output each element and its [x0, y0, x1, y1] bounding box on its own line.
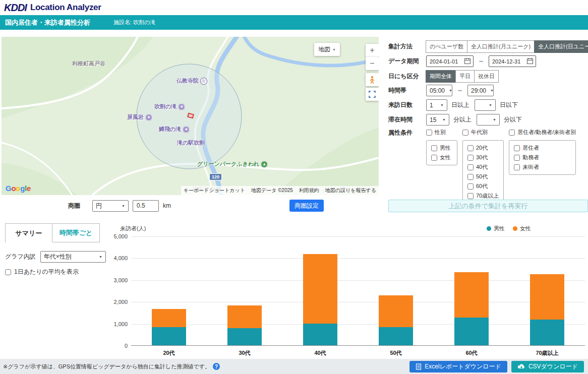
- attribute-option[interactable]: 女性: [431, 154, 452, 161]
- bar-segment[interactable]: [303, 324, 337, 345]
- attribute-option[interactable]: 居住者: [514, 144, 571, 152]
- option-checkbox[interactable]: [431, 145, 437, 151]
- download-buttons: Excelレポートダウンロード CSVダウンロード: [409, 361, 584, 372]
- period-start-input[interactable]: 2024-01-01: [426, 55, 474, 67]
- google-logo: Google: [6, 184, 31, 193]
- map-type-button[interactable]: 地図 ▼: [314, 43, 340, 56]
- bar-segment[interactable]: [227, 305, 262, 328]
- zoom-in-button[interactable]: +: [366, 44, 379, 57]
- day-type-option[interactable]: 平日: [455, 70, 475, 83]
- map-link[interactable]: 利用規約: [299, 187, 319, 194]
- attribute-option[interactable]: 男性: [431, 144, 452, 152]
- option-checkbox[interactable]: [514, 155, 520, 161]
- attribute-option[interactable]: 70歳以上: [467, 192, 499, 200]
- visit-days-min-select[interactable]: 1 ▼: [426, 99, 447, 111]
- poi-icon[interactable]: ▲: [261, 161, 268, 168]
- option-checkbox[interactable]: [467, 155, 474, 161]
- map-poi: 吹割の滝★: [154, 103, 185, 110]
- trade-area-radius-value: 0.5: [137, 202, 145, 209]
- attribute-option[interactable]: 20代: [467, 144, 499, 152]
- bar-segment[interactable]: [454, 318, 489, 345]
- option-label: 20代: [476, 144, 488, 152]
- csv-download-button[interactable]: CSVダウンロード: [511, 361, 584, 372]
- poi-icon[interactable]: ★: [145, 114, 152, 121]
- bar-segment[interactable]: [303, 254, 337, 324]
- map[interactable]: 利根町高戸谷仏教寺院卍吹割の滝★屏風岩★鱒飛の滝★滝の駅吹割グリーンパークふきわ…: [2, 37, 379, 195]
- bar-segment[interactable]: [454, 272, 489, 318]
- attribute-option[interactable]: 50代: [467, 173, 499, 180]
- poi-icon[interactable]: ★: [183, 126, 190, 133]
- day-type-option[interactable]: 期間全体: [426, 70, 456, 83]
- app-header: KDDI Location Analyzer: [0, 0, 588, 15]
- bar-segment[interactable]: [530, 320, 564, 345]
- option-checkbox[interactable]: [467, 183, 474, 190]
- option-checkbox[interactable]: [467, 174, 474, 180]
- option-checkbox[interactable]: [467, 145, 474, 151]
- option-checkbox[interactable]: [514, 145, 520, 151]
- bar-segment[interactable]: [152, 327, 186, 345]
- method-option[interactable]: 全人口推計(月ユニーク): [467, 40, 535, 53]
- cloud-download-icon: [517, 363, 525, 369]
- daily-average-checkbox-row[interactable]: 1日あたりの平均を表示: [5, 268, 79, 276]
- method-option[interactable]: 全人口推計(日ユニーク): [534, 40, 588, 53]
- day-type-option[interactable]: 祝休日: [474, 70, 499, 83]
- calendar-icon[interactable]: [464, 57, 471, 66]
- attribute-group-checkbox[interactable]: 居住者/勤務者/来街者別: [509, 129, 576, 136]
- daily-average-checkbox[interactable]: [5, 269, 11, 275]
- bar-segment[interactable]: [379, 295, 413, 327]
- option-checkbox[interactable]: [467, 193, 474, 199]
- group-checkbox[interactable]: [426, 130, 432, 136]
- poi-icon[interactable]: ★: [178, 103, 185, 110]
- attribute-group-checkbox[interactable]: 年代別: [462, 129, 504, 136]
- map-link[interactable]: 地図の誤りを報告する: [325, 187, 376, 194]
- time-start-select[interactable]: 05:00 ▼: [426, 85, 452, 96]
- pegman-icon[interactable]: [366, 73, 379, 86]
- group-checkbox[interactable]: [462, 130, 468, 136]
- legend-label: 女性: [520, 225, 531, 232]
- poi-icon[interactable]: 卍: [200, 78, 207, 85]
- group-checkbox[interactable]: [509, 130, 515, 136]
- trade-area-radius-input[interactable]: 0.5: [133, 200, 159, 212]
- stay-time-max-select[interactable]: ▼: [477, 114, 500, 126]
- gridline: [131, 258, 585, 259]
- attribute-group-checkbox[interactable]: 性別: [426, 129, 457, 136]
- attribute-option[interactable]: 来街者: [514, 163, 571, 171]
- visit-days-max-select[interactable]: ▼: [475, 99, 496, 111]
- attribute-option[interactable]: 30代: [467, 154, 499, 161]
- tab-hourly[interactable]: 時間帯ごと: [52, 223, 100, 242]
- stay-time-min-unit: 分以上: [453, 115, 472, 124]
- option-checkbox[interactable]: [467, 164, 474, 170]
- trade-area-shape-select[interactable]: 円 ▼: [92, 200, 129, 212]
- option-label: 勤務者: [522, 154, 539, 161]
- zoom-out-button[interactable]: −: [366, 57, 379, 70]
- bar-segment[interactable]: [530, 274, 564, 319]
- calendar-icon[interactable]: [526, 57, 534, 66]
- excel-download-button[interactable]: Excelレポートダウンロード: [409, 361, 507, 372]
- attribute-option[interactable]: 勤務者: [514, 154, 571, 161]
- x-category-label: 70歳以上: [509, 349, 585, 357]
- bar-segment[interactable]: [152, 309, 186, 327]
- x-category-label: 20代: [131, 349, 207, 357]
- period-end-input[interactable]: 2024-12-31: [489, 55, 536, 67]
- graph-breakdown-select[interactable]: 年代×性別 ▼: [40, 251, 106, 263]
- map-link[interactable]: キーボードショートカット: [184, 187, 245, 194]
- attribute-option[interactable]: 60代: [467, 182, 499, 190]
- trade-area-apply-button[interactable]: 商圏設定: [289, 200, 324, 212]
- fullscreen-button[interactable]: [366, 88, 379, 101]
- bar-segment[interactable]: [227, 328, 262, 345]
- option-checkbox[interactable]: [514, 164, 520, 170]
- stay-time-row: 滞在時間 15 ▼ 分以上 ▼ 分以下: [388, 114, 527, 126]
- option-checkbox[interactable]: [431, 155, 437, 161]
- help-icon[interactable]: ?: [213, 363, 220, 370]
- method-option[interactable]: のべユーザ数: [426, 40, 467, 53]
- stay-time-min-select[interactable]: 15 ▼: [426, 114, 449, 126]
- tab-summary[interactable]: サマリー: [5, 223, 52, 242]
- bar-segment[interactable]: [379, 327, 413, 345]
- map-attribution: キーボードショートカット地図データ ©2025利用規約地図の誤りを報告する: [181, 186, 379, 195]
- rerun-aggregation-button[interactable]: 上記の条件で集計を再実行: [388, 200, 588, 212]
- y-tick-label: 2,000: [103, 299, 128, 305]
- attribute-option[interactable]: 40代: [467, 163, 499, 171]
- time-end-select[interactable]: 29:00 ▼: [467, 85, 494, 96]
- stay-time-label: 滞在時間: [388, 115, 426, 124]
- bottom-bar: ※グラフが示す値は、GPS位置情報ビッグデータから独自に集計した推測値です。 ?…: [0, 359, 588, 374]
